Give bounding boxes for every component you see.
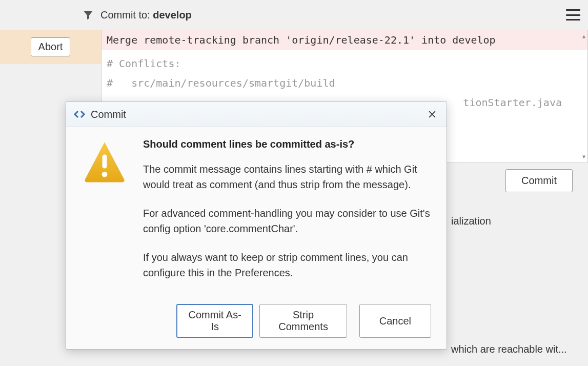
dialog-paragraph: For advanced comment-handling you may co… <box>143 206 431 236</box>
close-icon[interactable] <box>425 107 439 121</box>
dialog-body: Should comment lines be committed as-is?… <box>66 127 447 299</box>
dialog-title: Commit <box>91 109 126 120</box>
code-icon <box>73 108 86 120</box>
svg-point-1 <box>102 172 108 177</box>
dialog-heading: Should comment lines be committed as-is? <box>143 138 431 150</box>
strip-comments-button[interactable]: Strip Comments <box>259 304 347 338</box>
commit-as-is-button[interactable]: Commit As-Is <box>176 304 253 338</box>
dialog-overlay: Commit Sh <box>0 0 588 366</box>
dialog-paragraph: The commit message contains lines starti… <box>143 161 431 192</box>
dialog-paragraph: If you always want to keep or strip comm… <box>143 250 431 280</box>
warning-icon <box>82 138 128 294</box>
cancel-button[interactable]: Cancel <box>359 304 431 338</box>
commit-dialog: Commit Sh <box>66 101 447 350</box>
dialog-button-row: Commit As-Is Strip Comments Cancel <box>161 299 447 349</box>
dialog-content: Should comment lines be committed as-is?… <box>143 138 431 294</box>
dialog-titlebar: Commit <box>66 102 447 127</box>
svg-rect-0 <box>103 155 107 169</box>
